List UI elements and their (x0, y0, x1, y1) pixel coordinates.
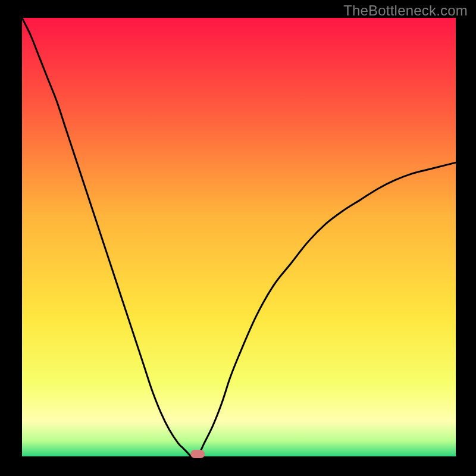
bottleneck-chart (0, 0, 476, 476)
chart-container: TheBottleneck.com (0, 0, 476, 476)
watermark-text: TheBottleneck.com (343, 2, 468, 19)
optimal-point-marker (190, 450, 205, 458)
plot-background (22, 18, 456, 456)
